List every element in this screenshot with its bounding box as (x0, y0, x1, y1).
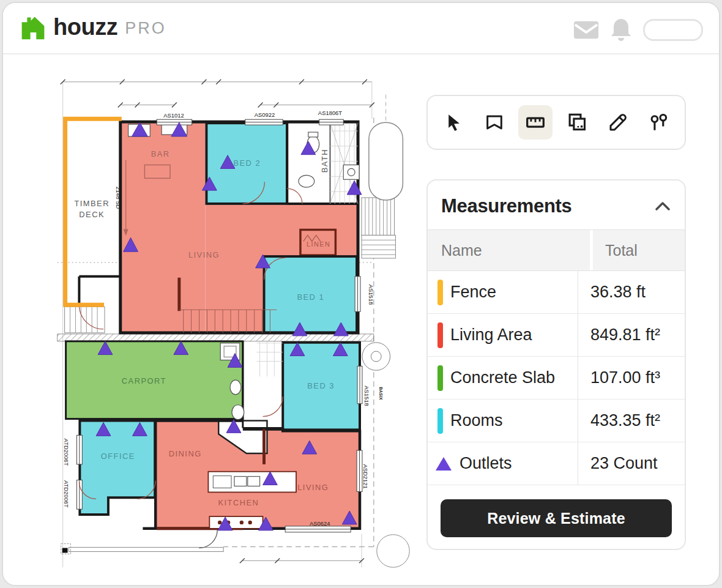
measurement-row-outlets[interactable]: Outlets 23 Count (428, 442, 685, 485)
code-as1518-b: AS1518 (363, 385, 370, 406)
room-label-dining: DINING (169, 449, 202, 458)
tool-measure-button[interactable] (518, 105, 553, 140)
code-2148sd: 2148 SD (115, 187, 122, 209)
row-name: Concrete Slab (450, 368, 555, 387)
row-total: 107.00 ft³ (578, 357, 685, 399)
row-name: Fence (450, 283, 496, 302)
measurement-row-concrete-slab[interactable]: Concrete Slab 107.00 ft³ (428, 357, 685, 400)
pen-icon (608, 112, 628, 133)
room-label-living-lower: LIVING (297, 483, 329, 492)
row-total: 36.38 ft (578, 271, 685, 313)
code-atd2006t-a: ATD2006T (63, 439, 70, 466)
cursor-icon (443, 112, 464, 133)
fence-color-chip (437, 280, 443, 305)
app-window: houzz PRO (2, 2, 720, 586)
code-as1806t: AS1806T (318, 110, 342, 116)
room-label-carport: CARPORT (122, 376, 166, 385)
brand-name: houzz (53, 14, 117, 40)
review-estimate-button[interactable]: Review & Estimate (441, 499, 672, 537)
column-header-name: Name (428, 230, 590, 270)
row-total: 849.81 ft² (578, 314, 685, 356)
tool-pages-button[interactable] (560, 105, 594, 140)
room-label-timber: TIMBER (74, 199, 110, 208)
room-label-office: OFFICE (101, 452, 135, 461)
tool-pin-button[interactable] (642, 105, 676, 140)
measurement-row-fence[interactable]: Fence 36.38 ft (428, 271, 685, 314)
measurements-title: Measurements (441, 195, 572, 217)
room-label-bed1: BED 1 (297, 292, 324, 302)
code-as1012: AS1012 (163, 112, 184, 119)
houzz-pro-logo[interactable]: houzz PRO (20, 14, 166, 40)
mail-icon[interactable] (573, 20, 599, 40)
tool-annotate-button[interactable] (477, 105, 512, 140)
code-as1518-a: AS1518 (368, 285, 374, 305)
pins-icon (649, 112, 669, 133)
row-name: Outlets (460, 454, 512, 473)
column-header-total: Total (593, 230, 685, 270)
brand-suffix: PRO (125, 19, 166, 38)
measurements-panel: Measurements Name Total Fence 36.38 ft L… (426, 179, 686, 550)
row-name: Rooms (450, 411, 503, 430)
room-label-bath: BATH (320, 149, 329, 173)
party-wall-hatch (58, 334, 374, 341)
floor-plan-canvas[interactable]: BAR BED 2 BATH TIMBER DECK LIVING LINEN … (55, 69, 410, 583)
room-label-bar: BAR (151, 149, 170, 158)
top-header: houzz PRO (3, 3, 719, 54)
room-label-living-upper: LIVING (188, 250, 220, 259)
room-label-bed2: BED 2 (233, 158, 261, 168)
profile-pill[interactable] (643, 19, 703, 41)
room-label-linen: LINEN (307, 240, 330, 248)
tool-select-button[interactable] (436, 105, 471, 140)
measurement-row-rooms[interactable]: Rooms 433.35 ft² (428, 400, 685, 442)
room-label-deck: DECK (79, 210, 105, 219)
concrete-slab-color-chip (437, 365, 443, 391)
bell-icon[interactable] (610, 18, 632, 42)
pages-icon (567, 112, 587, 133)
tool-draw-button[interactable] (601, 105, 635, 140)
code-basix: BASIX (379, 387, 383, 400)
measurement-row-living-area[interactable]: Living Area 849.81 ft² (428, 314, 685, 357)
code-atd2006t-b: ATD2006T (63, 480, 70, 508)
measurements-table-header: Name Total (428, 229, 685, 271)
row-total: 433.35 ft² (578, 400, 685, 442)
outlets-triangle-marker (435, 456, 452, 471)
living-area-color-chip (437, 322, 443, 348)
rooms-color-chip (437, 408, 443, 434)
houzz-house-icon (20, 15, 46, 40)
row-total: 23 Count (578, 442, 685, 485)
takeoff-toolbar (426, 95, 686, 150)
ruler-icon (525, 112, 546, 133)
row-name: Living Area (450, 326, 532, 344)
room-label-kitchen: KITCHEN (218, 498, 259, 507)
code-asd2121: ASD2121 (362, 464, 369, 489)
code-as0624: AS0624 (310, 520, 330, 527)
chevron-up-icon[interactable] (655, 202, 670, 210)
flag-icon (484, 112, 505, 133)
room-label-bed3: BED 3 (307, 381, 335, 390)
code-as0922: AS0922 (255, 111, 275, 118)
